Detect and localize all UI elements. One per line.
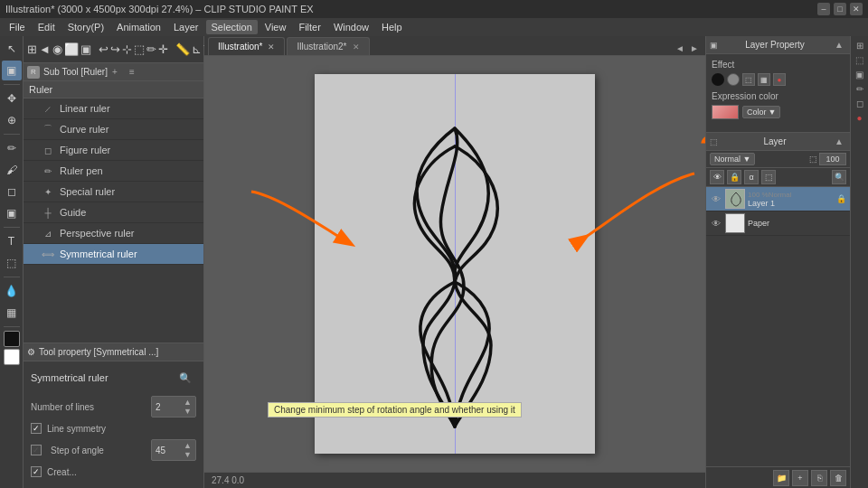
sub-tool-symmetrical-ruler[interactable]: ⟺ Symmetrical ruler bbox=[24, 244, 203, 265]
step-angle-checkbox[interactable]: ✓ bbox=[31, 445, 42, 455]
sub-tool-perspective-ruler[interactable]: ⊿ Perspective ruler bbox=[24, 223, 203, 244]
tool-color-pick[interactable]: 💧 bbox=[2, 281, 22, 301]
tool-bg-color[interactable] bbox=[4, 349, 20, 365]
canvas-scroll-left[interactable]: ◄ bbox=[673, 41, 687, 55]
tool-gradient[interactable]: ▦ bbox=[2, 303, 22, 323]
layer-item-paper[interactable]: 👁 Paper bbox=[706, 211, 850, 236]
layer-item-layer1[interactable]: 👁 100 %Normal Layer 1 🔒 bbox=[706, 187, 850, 211]
tool-select[interactable]: ▣ bbox=[2, 61, 22, 80]
menu-filter[interactable]: Filter bbox=[293, 20, 326, 34]
layer-alpha-btn[interactable]: α bbox=[744, 170, 759, 184]
number-of-lines-value[interactable]: 2 ▲▼ bbox=[151, 396, 196, 418]
toolbar-shape[interactable]: ▣ bbox=[80, 39, 91, 61]
mini-panel-btn-4[interactable]: ✏ bbox=[853, 81, 867, 96]
step-of-angle-value[interactable]: 45 ▲▼ bbox=[151, 439, 196, 461]
toolbar-ruler2[interactable]: ⊾ bbox=[192, 39, 202, 61]
tool-property-title: Symmetrical ruler 🔍 bbox=[31, 367, 196, 389]
menu-help[interactable]: Help bbox=[376, 20, 408, 34]
tab1-close-icon[interactable]: ✕ bbox=[268, 42, 275, 52]
sub-tool-guide[interactable]: ┼ Guide bbox=[24, 202, 203, 223]
canvas-scroll-right[interactable]: ► bbox=[687, 41, 702, 55]
sub-tool-linear-ruler[interactable]: ⟋ Linear ruler bbox=[24, 99, 203, 119]
maximize-button[interactable]: □ bbox=[834, 3, 846, 15]
tool-cursor[interactable]: ↖ bbox=[2, 39, 22, 59]
toolbar-arrow-left[interactable]: ◄ bbox=[39, 39, 51, 61]
mini-panel-btn-6[interactable]: ● bbox=[853, 110, 867, 125]
menu-window[interactable]: Window bbox=[328, 20, 374, 34]
canvas-area: Illustration* ✕ Illustration2* ✕ ◄ ► bbox=[204, 36, 705, 488]
tool-text[interactable]: T bbox=[2, 231, 22, 251]
line-symmetry-checkbox[interactable]: ✓ bbox=[31, 423, 42, 434]
toolbar-transform[interactable]: ⊹ bbox=[122, 39, 132, 61]
tool-move[interactable]: ✥ bbox=[2, 89, 22, 108]
layer-panel-menu[interactable]: ▲ bbox=[832, 135, 846, 149]
tab-illustration1[interactable]: Illustration* ✕ bbox=[208, 37, 285, 55]
tool-zoom[interactable]: ⊕ bbox=[2, 110, 22, 130]
layer-copy-btn[interactable]: ⎘ bbox=[811, 470, 827, 486]
sub-tool-menu[interactable]: ≡ bbox=[125, 65, 139, 80]
expression-color-dropdown[interactable]: Color ▼ bbox=[742, 106, 780, 118]
sub-tool-figure-ruler[interactable]: ◻ Figure ruler bbox=[24, 140, 203, 161]
layer-property-menu[interactable]: ▲ bbox=[832, 38, 846, 52]
tool-eraser[interactable]: ◻ bbox=[2, 182, 22, 202]
toolbar-undo[interactable]: ↩ bbox=[99, 39, 108, 61]
expression-color-preview[interactable] bbox=[712, 105, 739, 119]
tool-brush[interactable]: 🖌 bbox=[2, 160, 22, 180]
tool-pen[interactable]: ✏ bbox=[2, 138, 22, 158]
tab-illustration2[interactable]: Illustration2* ✕ bbox=[287, 37, 369, 55]
tool-layer[interactable]: ⬚ bbox=[2, 253, 22, 273]
minimize-button[interactable]: – bbox=[817, 3, 830, 15]
layer-search-btn[interactable]: 🔍 bbox=[832, 170, 846, 184]
sub-tool-ruler-pen[interactable]: ✏ Ruler pen bbox=[24, 161, 203, 182]
layer1-visibility-btn[interactable]: 👁 bbox=[710, 192, 722, 205]
tool-property-search[interactable]: 🔍 bbox=[175, 367, 196, 389]
tab-bar: Illustration* ✕ Illustration2* ✕ ◄ ► bbox=[204, 36, 705, 56]
layer-delete-btn[interactable]: 🗑 bbox=[830, 470, 846, 486]
canvas-container[interactable]: ? · Change minimum step of rotation angl… bbox=[204, 56, 705, 472]
paper-visibility-btn[interactable]: 👁 bbox=[710, 217, 722, 230]
toolbar-crop[interactable]: ⬚ bbox=[134, 39, 145, 61]
sub-tool-curve-ruler[interactable]: ⌒ Curve ruler bbox=[24, 119, 203, 140]
mini-panel-btn-1[interactable]: ⊞ bbox=[853, 38, 867, 52]
tool-fill[interactable]: ▣ bbox=[2, 203, 22, 223]
layer-blend-dropdown[interactable]: Normal ▼ bbox=[710, 153, 755, 165]
layer-property-title: ▣ bbox=[710, 41, 718, 50]
layer-lock-btn[interactable]: 🔒 bbox=[727, 170, 741, 184]
menu-animation[interactable]: Animation bbox=[111, 20, 166, 34]
menu-story[interactable]: Story(P) bbox=[62, 20, 109, 34]
toolbar-crosshair[interactable]: ✛ bbox=[158, 39, 168, 61]
layer-mask-btn[interactable]: ⬚ bbox=[761, 170, 776, 184]
sub-tool-special-ruler[interactable]: ✦ Special ruler bbox=[24, 182, 203, 202]
layer-eye-btn[interactable]: 👁 bbox=[710, 170, 724, 184]
tool-fg-color[interactable] bbox=[4, 331, 20, 347]
sub-tool-add[interactable]: + bbox=[108, 65, 122, 80]
toolbar-grid[interactable]: ⊞ bbox=[27, 39, 37, 61]
number-of-lines-row: Number of lines 2 ▲▼ bbox=[31, 396, 196, 418]
close-button[interactable]: ✕ bbox=[850, 3, 863, 15]
layer-opacity-value[interactable]: 100 bbox=[819, 153, 846, 165]
menu-view[interactable]: View bbox=[259, 20, 292, 34]
effect-swatch-gray[interactable] bbox=[727, 73, 740, 86]
mini-panel-btn-5[interactable]: ◻ bbox=[853, 96, 867, 110]
menu-file[interactable]: File bbox=[4, 20, 31, 34]
layer-add-folder-btn[interactable]: 📁 bbox=[773, 470, 789, 486]
layer-add-btn[interactable]: + bbox=[792, 470, 808, 486]
toolbar-ruler[interactable]: 📏 bbox=[175, 39, 190, 61]
mini-panel-btn-3[interactable]: ▣ bbox=[853, 67, 867, 81]
toolbar-pen2[interactable]: ✏ bbox=[146, 39, 156, 61]
tab2-close-icon[interactable]: ✕ bbox=[353, 42, 360, 52]
effect-icon-2[interactable]: ▦ bbox=[758, 73, 770, 86]
paper-name-area: Paper bbox=[748, 219, 846, 228]
toolbar-brush[interactable]: ◉ bbox=[52, 39, 62, 61]
menu-selection[interactable]: Selection bbox=[206, 20, 258, 34]
effect-icon-1[interactable]: ⬚ bbox=[742, 73, 755, 86]
menu-edit[interactable]: Edit bbox=[33, 20, 61, 34]
create-at-checkbox[interactable]: ✓ bbox=[31, 466, 42, 477]
toolbar-palette[interactable]: ⬜ bbox=[64, 39, 79, 61]
toolbar-redo[interactable]: ↪ bbox=[110, 39, 120, 61]
menu-layer[interactable]: Layer bbox=[168, 20, 204, 34]
tools-panel: ↖ ▣ ✥ ⊕ ✏ 🖌 ◻ ▣ T ⬚ 💧 ▦ bbox=[0, 36, 24, 488]
mini-panel-btn-2[interactable]: ⬚ bbox=[853, 52, 867, 67]
effect-swatch-black[interactable] bbox=[712, 73, 724, 86]
effect-red-circle[interactable]: ● bbox=[773, 73, 786, 86]
